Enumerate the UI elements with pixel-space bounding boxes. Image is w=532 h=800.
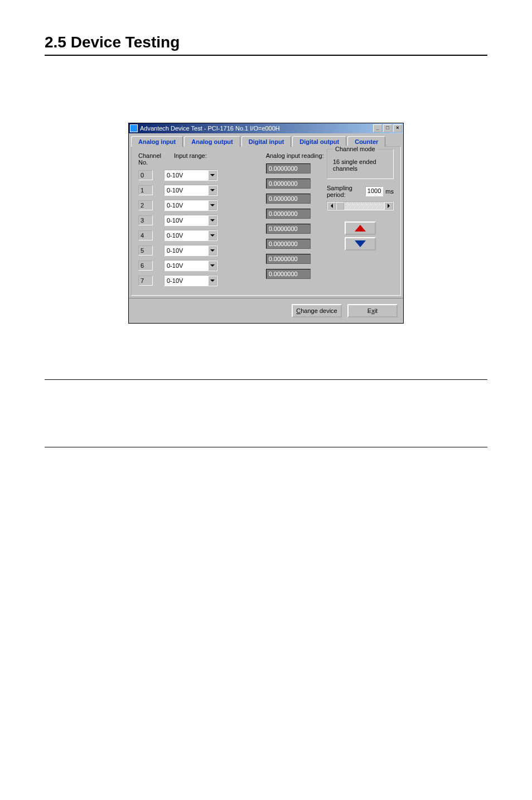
chevron-down-icon bbox=[210, 249, 215, 252]
sampling-period-unit: ms bbox=[385, 188, 394, 195]
dropdown-button[interactable] bbox=[208, 261, 217, 271]
channel-number-field: 0 bbox=[138, 170, 153, 180]
reading-label: Analog input reading: bbox=[266, 152, 327, 159]
input-range-select[interactable]: 0-10V bbox=[164, 185, 217, 196]
analog-reading-value: 0.0000000 bbox=[266, 254, 311, 264]
page-title: 2.5 Device Testing bbox=[45, 33, 487, 56]
minimize-button[interactable]: _ bbox=[373, 124, 382, 132]
scrollbar-left-button[interactable] bbox=[327, 202, 336, 210]
reading-row: 0.0000000 bbox=[266, 223, 327, 234]
sampling-scrollbar[interactable] bbox=[327, 201, 394, 210]
reading-row: 0.0000000 bbox=[266, 162, 327, 174]
window-title: Advantech Device Test - PCI-1716 No.1 I/… bbox=[140, 125, 373, 132]
channel-mode-group: Channel mode 16 single ended channels bbox=[327, 149, 394, 179]
channel-number-field: 2 bbox=[138, 200, 153, 210]
channel-row: 00-10V bbox=[138, 169, 266, 181]
input-range-select[interactable]: 0-10V bbox=[164, 260, 217, 271]
input-range-select[interactable]: 0-10V bbox=[164, 245, 217, 256]
analog-reading-value: 0.0000000 bbox=[266, 163, 311, 174]
reading-row: 0.0000000 bbox=[266, 177, 327, 189]
tab-digital-input[interactable]: Digital input bbox=[241, 136, 292, 147]
analog-reading-value: 0.0000000 bbox=[266, 224, 311, 234]
input-range-value: 0-10V bbox=[165, 262, 208, 269]
reading-row: 0.0000000 bbox=[266, 268, 327, 279]
channel-row: 20-10V bbox=[138, 199, 266, 211]
close-button[interactable]: × bbox=[393, 124, 402, 132]
channel-row: 30-10V bbox=[138, 214, 266, 226]
maximize-button[interactable]: □ bbox=[383, 124, 392, 132]
chevron-down-icon bbox=[210, 279, 215, 282]
dropdown-button[interactable] bbox=[208, 200, 217, 210]
chevron-down-icon bbox=[210, 174, 215, 176]
channel-up-button[interactable] bbox=[345, 221, 376, 235]
input-range-value: 0-10V bbox=[165, 187, 208, 194]
chevron-down-icon bbox=[210, 219, 215, 221]
input-range-select[interactable]: 0-10V bbox=[164, 215, 217, 226]
reading-row: 0.0000000 bbox=[266, 208, 327, 219]
arrow-right-icon bbox=[388, 204, 390, 208]
input-range-value: 0-10V bbox=[165, 172, 208, 179]
analog-reading-value: 0.0000000 bbox=[266, 239, 311, 249]
input-range-select[interactable]: 0-10V bbox=[164, 275, 217, 286]
channel-number-field: 5 bbox=[138, 245, 153, 256]
input-range-value: 0-10V bbox=[165, 217, 208, 224]
input-range-select[interactable]: 0-10V bbox=[164, 170, 217, 181]
reading-row: 0.0000000 bbox=[266, 192, 327, 204]
sampling-period-input[interactable]: 1000 bbox=[365, 186, 383, 196]
titlebar: Advantech Device Test - PCI-1716 No.1 I/… bbox=[129, 123, 403, 133]
input-range-select[interactable]: 0-10V bbox=[164, 230, 217, 241]
sampling-period-label: Sampling period: bbox=[327, 185, 363, 198]
channel-row: 40-10V bbox=[138, 229, 266, 241]
channel-row: 10-10V bbox=[138, 184, 266, 196]
dropdown-button[interactable] bbox=[208, 276, 217, 286]
scrollbar-right-button[interactable] bbox=[384, 202, 393, 210]
input-range-value: 0-10V bbox=[165, 277, 208, 284]
channel-number-field: 3 bbox=[138, 215, 153, 225]
channel-number-field: 7 bbox=[138, 276, 153, 286]
arrow-left-icon bbox=[331, 204, 333, 208]
chevron-down-icon bbox=[210, 204, 215, 206]
chevron-down-icon bbox=[210, 234, 215, 237]
triangle-up-icon bbox=[355, 225, 366, 232]
reading-row: 0.0000000 bbox=[266, 238, 327, 249]
bottom-bar: Change device Exit bbox=[129, 298, 403, 323]
dropdown-button[interactable] bbox=[208, 170, 217, 180]
channel-number-field: 1 bbox=[138, 185, 153, 195]
channel-mode-text: 16 single ended channels bbox=[333, 158, 388, 172]
channel-number-field: 4 bbox=[138, 230, 153, 240]
dropdown-button[interactable] bbox=[208, 185, 217, 195]
chevron-down-icon bbox=[210, 264, 215, 267]
channel-no-label: Channel No. bbox=[138, 152, 164, 166]
channel-down-button[interactable] bbox=[345, 237, 376, 250]
page-rule-2 bbox=[45, 447, 487, 447]
dropdown-button[interactable] bbox=[208, 215, 217, 225]
reading-row: 0.0000000 bbox=[266, 253, 327, 264]
triangle-down-icon bbox=[355, 240, 366, 247]
change-device-button[interactable]: Change device bbox=[292, 304, 342, 317]
input-range-value: 0-10V bbox=[165, 232, 208, 239]
channel-number-field: 6 bbox=[138, 261, 153, 271]
analog-reading-value: 0.0000000 bbox=[266, 179, 311, 189]
input-range-label: Input range: bbox=[174, 152, 207, 166]
input-range-value: 0-10V bbox=[165, 247, 208, 254]
tab-content: Channel No. Input range: 00-10V10-10V20-… bbox=[131, 146, 401, 296]
tab-analog-input[interactable]: Analog input bbox=[131, 136, 183, 147]
dropdown-button[interactable] bbox=[208, 245, 217, 256]
scrollbar-track[interactable] bbox=[344, 202, 384, 210]
input-range-select[interactable]: 0-10V bbox=[164, 200, 217, 211]
app-icon bbox=[130, 124, 138, 132]
tab-bar: Analog input Analog output Digital input… bbox=[129, 133, 403, 146]
scrollbar-thumb[interactable] bbox=[336, 202, 344, 210]
tab-analog-output[interactable]: Analog output bbox=[184, 136, 240, 147]
channel-row: 60-10V bbox=[138, 259, 266, 271]
dropdown-button[interactable] bbox=[208, 230, 217, 240]
analog-reading-value: 0.0000000 bbox=[266, 209, 311, 219]
input-range-value: 0-10V bbox=[165, 202, 208, 209]
channel-row: 70-10V bbox=[138, 274, 266, 286]
device-test-window: Advantech Device Test - PCI-1716 No.1 I/… bbox=[128, 123, 404, 324]
analog-reading-value: 0.0000000 bbox=[266, 194, 311, 204]
exit-button[interactable]: Exit bbox=[347, 304, 398, 317]
channel-mode-caption: Channel mode bbox=[333, 146, 378, 152]
channel-row: 50-10V bbox=[138, 244, 266, 256]
analog-reading-value: 0.0000000 bbox=[266, 269, 311, 279]
